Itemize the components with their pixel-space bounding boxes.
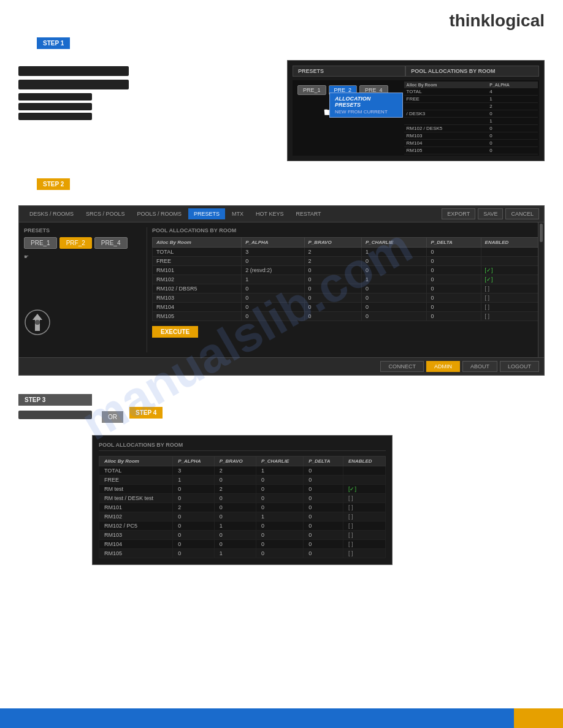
section-top: PRESETS POOL ALLOCATIONS BY ROOM PRE_1 P…: [0, 54, 563, 167]
table-row: FREE1: [404, 96, 538, 103]
main-content: PRESETS PRE_1 PRF_2 PRE_4 ☛ POOL ALLOCAT…: [19, 222, 544, 357]
nav-mtx[interactable]: MTX: [226, 208, 249, 219]
bt-col-delta: P_DELTA: [304, 457, 343, 466]
app-logo: [24, 309, 52, 336]
table-row: 2: [404, 103, 538, 110]
text-block-2: [18, 80, 129, 89]
export-button[interactable]: EXPORT: [442, 208, 475, 219]
step4-label: STEP 4: [129, 407, 163, 419]
bottom-table-title: POOL ALLOCATIONS BY ROOM: [99, 442, 386, 451]
alloc-table: Alloc By Room P_ALPHA P_BRAVO P_CHARLIE …: [152, 237, 539, 321]
section1: STEP 1: [0, 37, 563, 54]
presets-label: PRESETS: [24, 227, 142, 233]
logout-button[interactable]: LOGOUT: [500, 361, 539, 372]
bottom-table-container: POOL ALLOCATIONS BY ROOM Alloc By Room P…: [92, 435, 393, 565]
table-row: RM test / DESK test0000[ ]: [99, 494, 386, 503]
table-row: RM102 / DBSR50000[ ]: [153, 284, 539, 294]
col-alloc-room: Alloc By Room: [153, 238, 242, 248]
col-p-alpha: P_ALPHA: [242, 238, 304, 248]
col-enabled: ENABLED: [481, 238, 538, 248]
cancel-button[interactable]: CANCEL: [505, 208, 539, 219]
text-block-5: [18, 113, 92, 120]
table-row: 1: [404, 118, 538, 125]
preset-prf2[interactable]: PRF_2: [59, 237, 92, 249]
table-row: RM102 / PC50100[ ]: [99, 521, 386, 531]
bt-col-bravo: P_BRAVO: [214, 457, 256, 466]
cursor-hint: ☛: [24, 254, 142, 260]
small-col-alpha: P_ALPHA: [487, 82, 538, 88]
allocation-tooltip: ALLOCATION PRESETS NEW FROM CURRENT: [329, 93, 403, 118]
col-p-charlie: P_CHARLIE: [361, 238, 427, 248]
table-row: RM1040: [404, 140, 538, 147]
nav-pools-rooms[interactable]: POOLS / ROOMS: [132, 208, 188, 219]
nav-desks-rooms[interactable]: DESKS / ROOMS: [24, 208, 79, 219]
table-row: RM1040000[ ]: [153, 303, 539, 312]
execute-button[interactable]: EXECUTE: [152, 326, 198, 338]
table-row: RM1012000[ ]: [99, 503, 386, 512]
brand-logical: logical: [490, 11, 545, 30]
small-pre1[interactable]: PRE_1: [297, 85, 326, 95]
text-block-3: [18, 93, 92, 100]
table-row: / DESK30: [404, 110, 538, 118]
save-button[interactable]: SAVE: [478, 208, 503, 219]
table-row: RM1020010[ ]: [99, 512, 386, 521]
right-panel: POOL ALLOCATIONS BY ROOM Alloc By Room P…: [147, 227, 539, 352]
table-row: RM1050000[ ]: [153, 312, 539, 321]
section3: STEP 3 OR STEP 4: [0, 388, 563, 429]
small-presets-title: PRESETS: [293, 66, 405, 77]
bt-col-alpha: P_ALPHA: [173, 457, 214, 466]
very-bottom-bar: [0, 708, 563, 728]
connect-button[interactable]: CONNECT: [380, 361, 424, 372]
scroll-thumb: [540, 224, 543, 242]
table-row: RM1030: [404, 132, 538, 140]
svg-point-2: [35, 320, 40, 325]
preset-pre4[interactable]: PRE_4: [94, 237, 128, 249]
bottom-alloc-table: Alloc By Room P_ALPHA P_BRAVO P_CHARLIE …: [99, 456, 386, 558]
gray-text-block: [18, 411, 92, 419]
nav-presets[interactable]: PRESETS: [188, 208, 225, 219]
step2-label: STEP 2: [37, 178, 70, 190]
scroll-bar[interactable]: [538, 222, 544, 357]
step1-label: STEP 1: [37, 37, 70, 49]
section2-header: STEP 2: [0, 172, 563, 193]
header: thinklogical: [0, 0, 563, 37]
small-right-panel: Alloc By Room P_ALPHA TOTAL4 FREE1 2 / D…: [403, 80, 539, 156]
text-block-1: [18, 66, 129, 76]
section-top-left: [18, 60, 275, 123]
table-row: RM1050: [404, 147, 538, 154]
table-row: RM1021010[✓]: [153, 275, 539, 284]
small-left-panel: PRE_1 PRE_2 PRE_4 ALLOCATION PRESETS NEW…: [293, 80, 403, 156]
tooltip-title: ALLOCATION PRESETS: [335, 96, 397, 108]
col-p-bravo: P_BRAVO: [304, 238, 361, 248]
nav-hotkeys[interactable]: HOT KEYS: [250, 208, 289, 219]
bt-col-enabled: ENABLED: [343, 457, 385, 466]
bt-col-room: Alloc By Room: [99, 457, 173, 466]
table-row: FREE1000: [99, 476, 386, 485]
presets-row: PRE_1 PRF_2 PRE_4: [24, 237, 142, 249]
preset-pre1[interactable]: PRE_1: [24, 237, 57, 249]
tooltip-sub: NEW FROM CURRENT: [335, 109, 397, 115]
small-pool-title: POOL ALLOCATIONS BY ROOM: [405, 66, 539, 77]
nav-restart[interactable]: RESTART: [290, 208, 326, 219]
main-ui: DESKS / ROOMS SRCS / POOLS POOLS / ROOMS…: [18, 205, 545, 376]
nav-bar: DESKS / ROOMS SRCS / POOLS POOLS / ROOMS…: [19, 206, 544, 222]
bt-col-charlie: P_CHARLIE: [256, 457, 303, 466]
table-row: RM1030000[ ]: [99, 531, 386, 540]
logo-area: [24, 309, 142, 336]
pool-alloc-label: POOL ALLOCATIONS BY ROOM: [152, 227, 539, 233]
about-button[interactable]: ABOUT: [462, 361, 497, 372]
small-col-room: Alloc By Room: [404, 82, 488, 88]
vbb-right-block: [514, 708, 563, 728]
table-row: RM test0200[✓]: [99, 485, 386, 494]
table-row: TOTAL3210: [99, 466, 386, 476]
text-block-4: [18, 103, 92, 110]
table-row: RM1012 (resvd:2)000[✓]: [153, 266, 539, 275]
table-row: TOTAL4: [404, 88, 538, 96]
small-ui-mockup: PRESETS POOL ALLOCATIONS BY ROOM PRE_1 P…: [287, 60, 545, 161]
or-label: OR: [102, 411, 123, 423]
small-alloc-table: Alloc By Room P_ALPHA TOTAL4 FREE1 2 / D…: [404, 82, 538, 154]
nav-srcs-pools[interactable]: SRCS / POOLS: [80, 208, 131, 219]
col-p-delta: P_DELTA: [427, 238, 481, 248]
admin-button[interactable]: ADMIN: [426, 361, 460, 372]
table-row: RM1050100[ ]: [99, 549, 386, 558]
